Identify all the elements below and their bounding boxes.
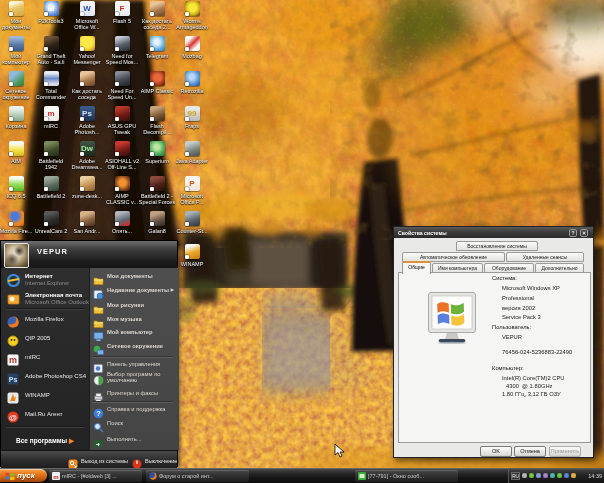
svg-text:Ps: Ps <box>9 376 18 383</box>
svg-text:?: ? <box>96 409 101 418</box>
svg-text:m: m <box>9 355 17 365</box>
svg-text:m: m <box>53 473 58 479</box>
svg-text:@: @ <box>9 413 17 422</box>
